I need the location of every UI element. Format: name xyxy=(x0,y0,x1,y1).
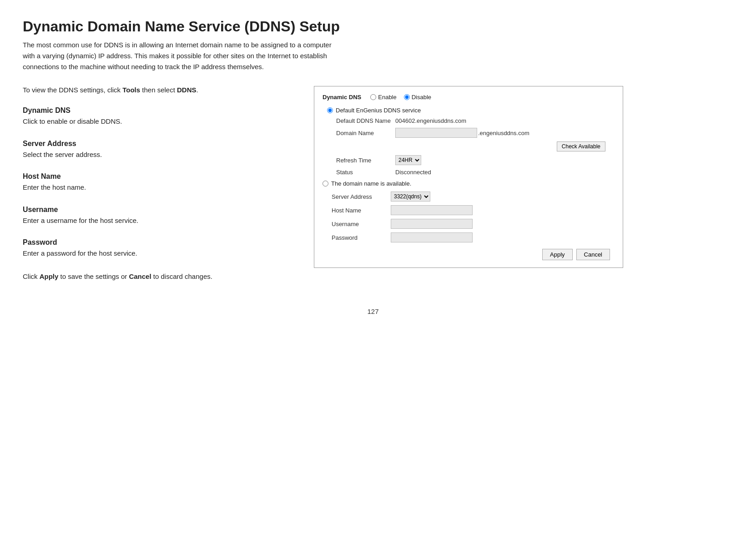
default-service-radio[interactable] xyxy=(327,107,333,113)
status-value: Disconnected xyxy=(395,169,431,176)
section-password: Password Enter a password for the host s… xyxy=(23,238,296,259)
enable-option[interactable]: Enable xyxy=(370,94,396,101)
username-input[interactable] xyxy=(391,219,473,229)
left-panel: To view the DDNS settings, click Tools t… xyxy=(23,86,296,280)
apply-button[interactable]: Apply xyxy=(542,249,573,260)
instruction-line: To view the DDNS settings, click Tools t… xyxy=(23,86,296,94)
domain-name-row: Domain Name .engeniusddns.com xyxy=(336,128,615,138)
status-row: Status Disconnected xyxy=(336,169,615,176)
section-dynamic-dns: Dynamic DNS Click to enable or disable D… xyxy=(23,106,296,127)
section-desc-server-address: Select the server address. xyxy=(23,150,296,160)
username-label: Username xyxy=(332,221,391,227)
server-address-select[interactable]: 3322(qdns) DynDNS No-IP xyxy=(391,192,430,202)
section-desc-password: Enter a password for the host service. xyxy=(23,248,296,259)
section-desc-host-name: Enter the host name. xyxy=(23,182,296,193)
section-host-name: Host Name Enter the host name. xyxy=(23,172,296,193)
default-service-row: Default EnGenius DDNS service xyxy=(327,107,615,114)
domain-suffix: .engeniusddns.com xyxy=(478,130,529,136)
page-title: Dynamic Domain Name Service (DDNS) Setup xyxy=(23,18,723,35)
default-ddns-name-label: Default DDNS Name xyxy=(336,117,395,124)
host-name-row: Host Name xyxy=(332,205,615,215)
settings-box: Dynamic DNS Enable Disable Default E xyxy=(314,86,623,268)
domain-available-radio[interactable] xyxy=(323,181,328,187)
host-name-label: Host Name xyxy=(332,207,391,214)
check-available-button[interactable]: Check Available xyxy=(557,141,605,151)
password-input[interactable] xyxy=(391,232,473,242)
domain-available-row: The domain name is available. xyxy=(323,180,615,187)
host-name-input[interactable] xyxy=(391,205,473,215)
check-available-row: Check Available xyxy=(327,141,610,151)
domain-name-label: Domain Name xyxy=(336,130,395,136)
server-address-label: Server Address xyxy=(332,193,391,200)
username-row: Username xyxy=(332,219,615,229)
refresh-time-label: Refresh Time xyxy=(336,157,395,164)
bottom-buttons: Apply Cancel xyxy=(323,249,615,260)
section-title-server-address: Server Address xyxy=(23,140,296,148)
domain-name-input[interactable] xyxy=(395,128,477,138)
section-desc-username: Enter a username for the host service. xyxy=(23,216,296,226)
server-address-row: Server Address 3322(qdns) DynDNS No-IP xyxy=(332,192,615,202)
ddns-title-label: Dynamic DNS xyxy=(323,94,361,101)
footer-note: Click Apply to save the settings or Canc… xyxy=(23,272,296,280)
section-title-dynamic-dns: Dynamic DNS xyxy=(23,106,296,115)
right-panel: Dynamic DNS Enable Disable Default E xyxy=(314,86,623,268)
status-label: Status xyxy=(336,169,395,176)
page-number: 127 xyxy=(23,308,723,315)
default-service-label: Default EnGenius DDNS service xyxy=(336,107,421,114)
section-server-address: Server Address Select the server address… xyxy=(23,140,296,160)
section-desc-dynamic-dns: Click to enable or disable DDNS. xyxy=(23,116,296,127)
default-ddns-name-value: 004602.engeniusddns.com xyxy=(395,117,466,124)
refresh-time-select[interactable]: 24HR 12HR 6HR 1HR xyxy=(395,155,421,165)
cancel-button[interactable]: Cancel xyxy=(576,249,610,260)
password-label: Password xyxy=(332,234,391,241)
service-section: Default EnGenius DDNS service Default DD… xyxy=(327,107,615,176)
disable-radio[interactable] xyxy=(404,94,410,100)
section-title-password: Password xyxy=(23,238,296,247)
section-title-host-name: Host Name xyxy=(23,172,296,181)
disable-option[interactable]: Disable xyxy=(404,94,431,101)
enable-disable-group: Enable Disable xyxy=(370,94,431,101)
refresh-time-row: Refresh Time 24HR 12HR 6HR 1HR xyxy=(336,155,615,165)
enable-label: Enable xyxy=(378,94,396,101)
section-title-username: Username xyxy=(23,206,296,214)
default-ddns-name-row: Default DDNS Name 004602.engeniusddns.co… xyxy=(336,117,615,124)
intro-text: The most common use for DDNS is in allow… xyxy=(23,40,341,72)
enable-radio[interactable] xyxy=(370,94,376,100)
section-username: Username Enter a username for the host s… xyxy=(23,206,296,226)
password-row: Password xyxy=(332,232,615,242)
domain-available-label: The domain name is available. xyxy=(331,180,411,187)
disable-label: Disable xyxy=(412,94,431,101)
ddns-header: Dynamic DNS Enable Disable xyxy=(323,94,615,101)
